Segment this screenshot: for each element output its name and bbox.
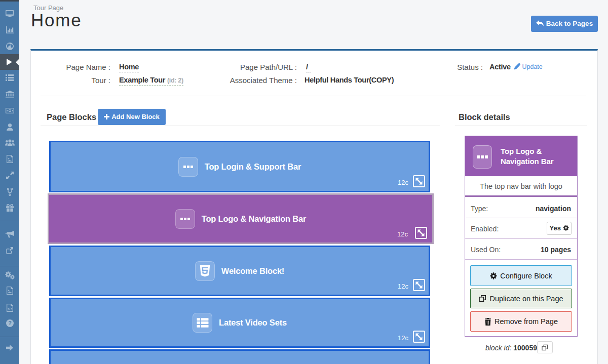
- svg-text:?: ?: [8, 320, 12, 326]
